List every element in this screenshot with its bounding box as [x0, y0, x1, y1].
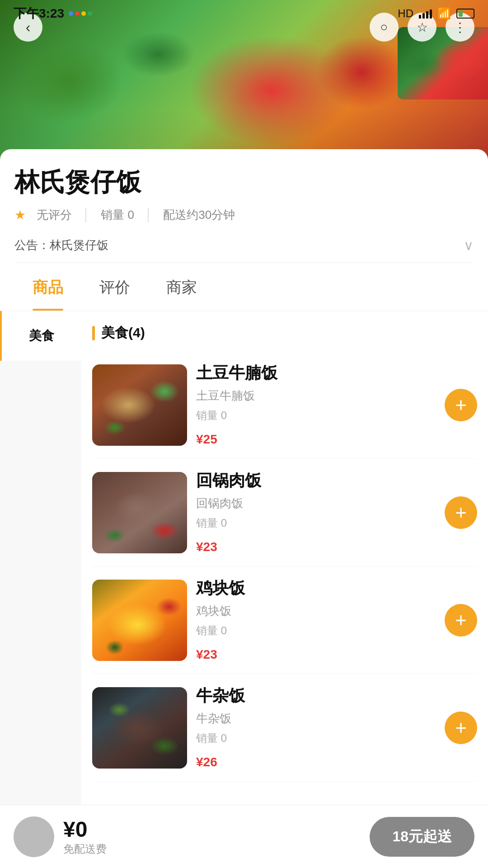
- add-to-cart-button[interactable]: +: [445, 712, 477, 744]
- product-sales: 销量 0: [196, 731, 436, 745]
- tab-reviews[interactable]: 评价: [81, 263, 148, 311]
- product-price: ¥26: [196, 750, 436, 770]
- restaurant-name: 林氏煲仔饭: [14, 165, 474, 200]
- product-list: 美食(4) 土豆牛腩饭 土豆牛腩饭 销量 0 ¥25 + 回锅肉饭 回锅肉饭 销…: [81, 311, 488, 854]
- battery-icon: [456, 9, 474, 19]
- info-card: 林氏煲仔饭 ★ 无评分 │ 销量 0 │ 配送约30分钟 公告：林氏煲仔饭 ∨ …: [0, 149, 488, 311]
- category-header: 美食(4): [92, 311, 477, 351]
- product-title: 鸡块饭: [196, 577, 436, 599]
- checkout-button[interactable]: 18元起送: [370, 817, 474, 857]
- add-to-cart-button[interactable]: +: [445, 604, 477, 637]
- product-desc: 土豆牛腩饭: [196, 388, 436, 404]
- status-time: 下午3:23: [14, 5, 64, 22]
- status-icons: HD 📶: [398, 7, 474, 20]
- bottom-bar: ¥0 免配送费 18元起送: [0, 805, 488, 868]
- product-desc: 牛杂饭: [196, 711, 436, 726]
- product-title: 牛杂饭: [196, 685, 436, 707]
- tab-products[interactable]: 商品: [14, 263, 81, 311]
- notice-row[interactable]: 公告：林氏煲仔饭 ∨: [14, 230, 474, 263]
- divider2: │: [145, 208, 152, 222]
- svg-point-0: [28, 828, 39, 839]
- network-label: HD: [398, 7, 413, 20]
- product-price: ¥23: [196, 535, 436, 555]
- tab-merchant[interactable]: 商家: [148, 263, 215, 311]
- tabs: 商品 评价 商家: [0, 263, 488, 311]
- product-item: 回锅肉饭 回锅肉饭 销量 0 ¥23 +: [92, 459, 477, 566]
- product-sales: 销量 0: [196, 623, 436, 638]
- product-info: 回锅肉饭 回锅肉饭 销量 0 ¥23: [196, 470, 436, 555]
- product-info: 鸡块饭 鸡块饭 销量 0 ¥23: [196, 577, 436, 663]
- product-image-potato: [92, 364, 187, 446]
- rating-text: 无评分: [37, 207, 72, 223]
- chevron-down-icon: ∨: [464, 237, 474, 253]
- svg-point-1: [24, 840, 44, 850]
- product-sales: 销量 0: [196, 408, 436, 423]
- product-sales: 销量 0: [196, 516, 436, 530]
- wifi-icon: 📶: [437, 7, 451, 20]
- product-price: ¥23: [196, 642, 436, 663]
- product-item: 鸡块饭 鸡块饭 销量 0 ¥23 +: [92, 566, 477, 674]
- signal-icon: [419, 9, 432, 19]
- product-desc: 回锅肉饭: [196, 495, 436, 511]
- cart-fee: 免配送费: [63, 842, 370, 856]
- product-title: 土豆牛腩饭: [196, 362, 436, 384]
- product-image-huiguo: [92, 472, 187, 553]
- product-price: ¥25: [196, 427, 436, 448]
- category-bar-decoration: [92, 326, 95, 340]
- product-image-beef: [92, 687, 187, 769]
- meta-row: ★ 无评分 │ 销量 0 │ 配送约30分钟: [14, 207, 474, 223]
- sales-text: 销量 0: [101, 207, 134, 223]
- content-area: 美食 美食(4) 土豆牛腩饭 土豆牛腩饭 销量 0 ¥25 + 回锅: [0, 311, 488, 854]
- sidebar-item-food[interactable]: 美食: [0, 311, 81, 361]
- product-info: 土豆牛腩饭 土豆牛腩饭 销量 0 ¥25: [196, 362, 436, 448]
- status-bar: 下午3:23 HD 📶: [0, 0, 488, 27]
- star-icon: ★: [14, 208, 26, 222]
- cart-avatar: [14, 816, 54, 857]
- product-item: 土豆牛腩饭 土豆牛腩饭 销量 0 ¥25 +: [92, 351, 477, 459]
- google-logo: [69, 11, 92, 16]
- product-item: 牛杂饭 牛杂饭 销量 0 ¥26 +: [92, 674, 477, 782]
- add-to-cart-button[interactable]: +: [445, 496, 477, 529]
- product-info: 牛杂饭 牛杂饭 销量 0 ¥26: [196, 685, 436, 770]
- cart-price: ¥0: [63, 817, 370, 842]
- divider1: │: [83, 208, 90, 222]
- sidebar: 美食: [0, 311, 81, 854]
- delivery-text: 配送约30分钟: [163, 207, 235, 223]
- add-to-cart-button[interactable]: +: [445, 389, 477, 421]
- product-title: 回锅肉饭: [196, 470, 436, 492]
- cart-info: ¥0 免配送费: [63, 817, 370, 856]
- product-desc: 鸡块饭: [196, 603, 436, 619]
- product-image-chicken: [92, 580, 187, 661]
- notice-text: 公告：林氏煲仔饭: [14, 237, 108, 253]
